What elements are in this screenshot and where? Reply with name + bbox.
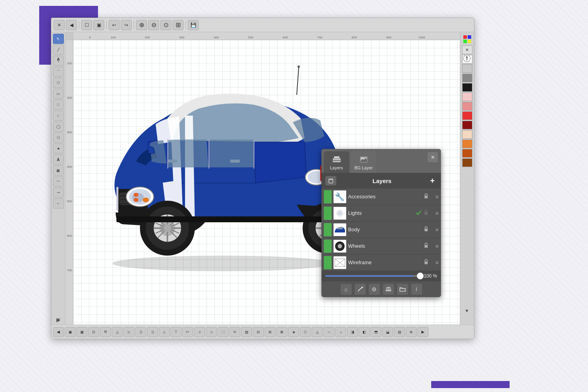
layer-lock-lights[interactable] <box>424 210 430 216</box>
no-color-button[interactable]: ✕ <box>462 45 472 54</box>
smooth-tool[interactable]: ⌒ <box>53 67 64 77</box>
layers-close-button[interactable]: × <box>428 152 438 162</box>
frame-button[interactable]: ▣ <box>93 20 104 30</box>
nav-up-arrow[interactable]: ▲ <box>54 54 63 63</box>
measure-tool[interactable]: ↔ <box>53 198 64 209</box>
black-swatch[interactable] <box>462 83 472 92</box>
nav-back-button[interactable]: ◀ <box>66 20 77 30</box>
bottom-tool-3[interactable]: ⊡ <box>88 327 99 337</box>
layer-row-wheels[interactable]: Wheels ≡ <box>321 238 441 254</box>
select-tool[interactable]: ↖ <box>53 34 64 44</box>
bottom-tool-21[interactable]: ⬡ <box>300 327 311 337</box>
layer-row-lights[interactable]: Lights ≡ <box>321 205 441 221</box>
layer-row-accessories[interactable]: 🔧 Accessories ≡ <box>321 189 441 205</box>
nav-down-left-arrow[interactable] <box>54 316 63 325</box>
orange-swatch[interactable] <box>462 140 472 148</box>
pink-swatch[interactable] <box>462 102 472 111</box>
tab-layers[interactable]: Layers <box>324 151 349 173</box>
bottom-tool-10[interactable]: ⊤ <box>171 327 181 337</box>
bottom-tool-20[interactable]: ◈ <box>288 327 299 337</box>
bottom-tool-7[interactable]: ⌹ <box>135 327 146 337</box>
bottom-tool-23[interactable]: ⌓ <box>323 327 334 337</box>
red-swatch[interactable] <box>462 111 472 120</box>
bottom-tool-29[interactable]: ▤ <box>394 327 405 337</box>
light-pink-swatch[interactable] <box>462 93 472 101</box>
zoom-out-button[interactable]: ⊖ <box>148 20 159 30</box>
layer-menu-body[interactable]: ≡ <box>432 227 439 233</box>
delete-layer-button[interactable] <box>325 176 336 185</box>
layer-visibility-body[interactable] <box>324 223 332 236</box>
layer-menu-wireframe[interactable]: ≡ <box>432 260 439 266</box>
layer-menu-accessories[interactable]: ≡ <box>432 194 439 200</box>
bottom-tool-26[interactable]: ◧ <box>359 327 370 337</box>
save-button[interactable]: 💾 <box>188 20 199 30</box>
bottom-tool-13[interactable]: ⍉ <box>206 327 217 337</box>
ellipse-tool[interactable]: ○ <box>53 111 64 121</box>
image-tool[interactable]: ▦ <box>53 165 64 176</box>
bottom-tool-16[interactable]: ▧ <box>241 327 252 337</box>
bottom-tool-24[interactable]: ⌕ <box>335 327 346 337</box>
text-tool[interactable]: A <box>53 154 64 165</box>
panel-folder-button[interactable] <box>397 284 408 295</box>
bottom-tool-8[interactable]: ⌸ <box>147 327 158 337</box>
color-palette-button[interactable] <box>462 34 473 45</box>
bottom-tool-30[interactable]: ⊕ <box>406 327 417 337</box>
bottom-tool-27[interactable]: ⬒ <box>370 327 381 337</box>
bottom-tool-4[interactable]: ⧉ <box>100 327 111 337</box>
panel-home-button[interactable]: ⌂ <box>341 284 352 295</box>
star-tool[interactable]: ★ <box>53 143 64 154</box>
panel-settings-button[interactable]: ⚙ <box>369 284 380 295</box>
bottom-tool-5[interactable]: △ <box>112 327 123 337</box>
layer-visibility-wireframe[interactable] <box>324 256 332 269</box>
zoom-fit-button[interactable]: ⊙ <box>160 20 171 30</box>
dark-red-swatch[interactable] <box>462 121 472 129</box>
light-gray-swatch[interactable] <box>462 64 472 73</box>
node-tool[interactable]: ⬡ <box>53 78 64 88</box>
layer-row-body[interactable]: Body ≡ <box>321 221 441 238</box>
bottom-tool-1[interactable]: ▣ <box>65 327 76 337</box>
bottom-tool-14[interactable]: ⬚ <box>218 327 229 337</box>
layer-visibility-wheels[interactable] <box>324 240 332 253</box>
zoom-in-button[interactable]: ⊕ <box>136 20 147 30</box>
panel-info-button[interactable]: i <box>411 284 422 295</box>
bottom-tool-11[interactable]: ⊢ <box>182 327 193 337</box>
undo-button[interactable]: ↩ <box>109 20 120 30</box>
polygon-tool[interactable]: ⬠ <box>53 132 64 143</box>
layer-lock-wireframe[interactable] <box>424 259 430 266</box>
bottom-tool-17[interactable]: ⊟ <box>253 327 264 337</box>
zoom-actual-button[interactable]: ⊞ <box>172 20 183 30</box>
opacity-thumb[interactable] <box>417 272 424 279</box>
bottom-tool-25[interactable]: ◨ <box>347 327 358 337</box>
rect2-tool[interactable]: □ <box>53 100 64 110</box>
layer-visibility-lights[interactable] <box>324 207 332 220</box>
brown-swatch[interactable] <box>462 158 472 167</box>
add-layer-button[interactable]: + <box>428 176 437 185</box>
bottom-tool-15[interactable]: ⧈ <box>229 327 240 337</box>
bottom-tool-22[interactable]: ◬ <box>312 327 323 337</box>
bottom-nav-forward[interactable]: ▶ <box>417 327 428 337</box>
layer-lock-body[interactable] <box>424 226 430 233</box>
rect-tool[interactable]: ▭ <box>53 89 64 99</box>
redo-button[interactable]: ↪ <box>121 20 132 30</box>
opacity-slider[interactable] <box>325 275 421 277</box>
layer-menu-lights[interactable]: ≡ <box>432 210 439 216</box>
peach-swatch[interactable] <box>462 130 472 139</box>
layer-lock-accessories[interactable] <box>424 193 430 200</box>
freehand-tool[interactable]: 〰 <box>53 176 64 187</box>
dark-orange-swatch[interactable] <box>462 149 472 158</box>
nav-compass-icon[interactable] <box>463 54 471 63</box>
bottom-nav-back[interactable]: ◀ <box>53 327 64 337</box>
fill-tool[interactable]: ⊸ <box>53 187 64 198</box>
bottom-tool-18[interactable]: ⊞ <box>265 327 276 337</box>
bottom-tool-2[interactable]: ▦ <box>76 327 87 337</box>
pen-tool[interactable]: ╱ <box>53 45 64 55</box>
panel-layers-button[interactable] <box>383 284 394 295</box>
clear-button[interactable]: ☐ <box>81 20 92 30</box>
ellipse2-tool[interactable]: ◯ <box>53 122 64 132</box>
bottom-tool-9[interactable]: ⊥ <box>159 327 170 337</box>
panel-properties-button[interactable] <box>355 284 366 295</box>
close-button[interactable]: ✕ <box>54 20 65 30</box>
bottom-tool-28[interactable]: ⬓ <box>382 327 393 337</box>
layer-visibility-accessories[interactable] <box>324 190 332 203</box>
bottom-tool-6[interactable]: ▷ <box>123 327 134 337</box>
